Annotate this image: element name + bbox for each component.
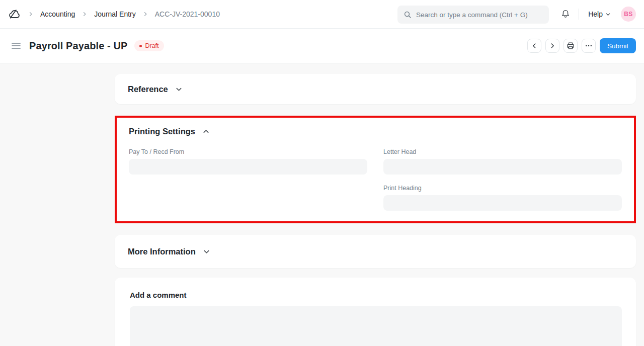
- pay-to-input[interactable]: [129, 159, 367, 175]
- help-menu[interactable]: Help: [584, 7, 615, 21]
- printing-settings-column-right: Letter Head Print Heading: [383, 148, 622, 211]
- chevron-right-icon: [28, 11, 34, 17]
- reference-section: Reference: [115, 74, 636, 104]
- comment-input[interactable]: [130, 306, 622, 346]
- user-avatar[interactable]: BS: [621, 7, 636, 22]
- reference-section-title: Reference: [128, 84, 168, 94]
- divider: [579, 9, 579, 20]
- comment-section: Add a comment: [115, 278, 636, 346]
- highlight-annotation: Printing Settings Pay To / Recd From: [115, 116, 636, 223]
- status-badge: Draft: [134, 40, 164, 51]
- page-head-left: Payroll Payable - UP Draft: [9, 29, 164, 63]
- search-placeholder: Search or type a command (Ctrl + G): [416, 11, 528, 19]
- more-information-section-title: More Information: [128, 247, 196, 256]
- navbar-actions: Help BS: [556, 0, 636, 28]
- chevron-down-icon: [203, 248, 210, 255]
- sidebar-toggle-button[interactable]: [9, 39, 23, 53]
- chevron-down-icon: [175, 85, 183, 93]
- chevron-right-icon: [549, 42, 556, 49]
- chevron-left-icon: [531, 42, 538, 49]
- chevron-right-icon: [142, 11, 148, 17]
- print-heading-field: Print Heading: [383, 185, 622, 211]
- hamburger-menu-icon: [12, 42, 21, 49]
- ellipsis-icon: [585, 42, 593, 50]
- submit-button[interactable]: Submit: [600, 38, 636, 53]
- comment-section-title: Add a comment: [130, 291, 621, 299]
- more-actions-button[interactable]: [582, 39, 596, 53]
- printing-settings-section-title: Printing Settings: [129, 127, 195, 136]
- global-search-input[interactable]: Search or type a command (Ctrl + G): [397, 6, 549, 24]
- more-information-section-toggle[interactable]: More Information: [128, 247, 210, 256]
- printing-settings-column-left: Pay To / Recd From: [129, 148, 367, 211]
- letter-head-label: Letter Head: [383, 148, 622, 155]
- app-logo-icon[interactable]: [8, 8, 21, 21]
- page-head-actions: Submit: [527, 29, 636, 63]
- printing-settings-section-toggle[interactable]: Printing Settings: [129, 127, 622, 136]
- printer-icon: [567, 42, 575, 50]
- more-information-section: More Information: [115, 235, 636, 268]
- printing-settings-fields: Pay To / Recd From Letter Head Print Hea…: [129, 148, 622, 211]
- letter-head-input[interactable]: [383, 159, 622, 175]
- page-head: Payroll Payable - UP Draft: [0, 29, 644, 63]
- print-button[interactable]: [564, 39, 578, 53]
- letter-head-field: Letter Head: [383, 148, 622, 175]
- pay-to-field: Pay To / Recd From: [129, 148, 367, 175]
- navbar: Accounting Journal Entry ACC-JV-2021-000…: [0, 0, 644, 29]
- page-title: Payroll Payable - UP: [29, 40, 127, 52]
- form-content: Reference Printing Settings Pay: [0, 63, 644, 346]
- chevron-up-icon: [202, 128, 210, 135]
- print-heading-label: Print Heading: [383, 185, 622, 192]
- notifications-button[interactable]: [556, 5, 575, 23]
- search-icon: [404, 11, 412, 19]
- breadcrumb-item-journal-entry[interactable]: Journal Entry: [94, 10, 135, 18]
- status-dot-icon: [139, 45, 142, 47]
- previous-document-button[interactable]: [527, 39, 541, 53]
- bell-icon: [560, 9, 571, 19]
- breadcrumb-item-accounting[interactable]: Accounting: [40, 10, 75, 18]
- print-heading-input[interactable]: [383, 195, 622, 211]
- chevron-right-icon: [82, 11, 88, 17]
- pay-to-label: Pay To / Recd From: [129, 148, 367, 155]
- breadcrumb: Accounting Journal Entry ACC-JV-2021-000…: [8, 0, 220, 28]
- help-label: Help: [588, 10, 603, 18]
- reference-section-toggle[interactable]: Reference: [128, 84, 183, 94]
- breadcrumb-item-document-id: ACC-JV-2021-00010: [155, 10, 220, 18]
- chevron-down-icon: [605, 12, 611, 17]
- status-label: Draft: [145, 42, 158, 49]
- printing-settings-section: Printing Settings Pay To / Recd From: [117, 118, 634, 221]
- next-document-button[interactable]: [545, 39, 559, 53]
